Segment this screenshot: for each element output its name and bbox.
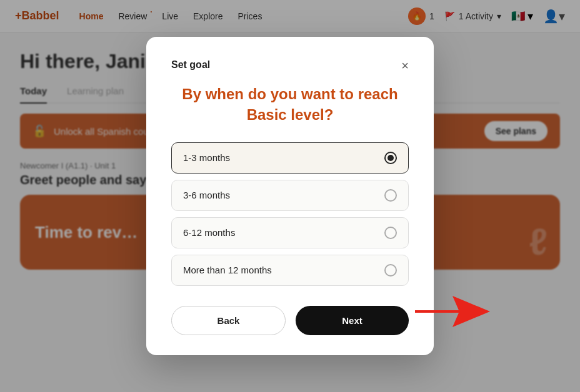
arrow-indicator [415,293,490,333]
next-button[interactable]: Next [296,306,409,335]
modal-footer: Back Next [171,306,409,335]
svg-marker-0 [415,296,490,327]
back-button[interactable]: Back [171,306,286,335]
modal: Set goal × By when do you want to reach … [146,37,434,355]
option-6-12-months[interactable]: 6-12 months [171,217,409,248]
options-list: 1-3 months 3-6 months 6-12 months More t… [171,142,409,286]
radio-3-6-months [384,189,397,202]
radio-1-3-months [384,152,397,164]
radio-more-than-12 [384,264,397,277]
option-label: 6-12 months [183,227,235,238]
modal-overlay: Set goal × By when do you want to reach … [0,0,580,392]
option-3-6-months[interactable]: 3-6 months [171,180,409,211]
close-button[interactable]: × [401,59,409,72]
option-label: 3-6 months [183,190,230,200]
modal-title: Set goal [171,59,210,71]
modal-header: Set goal × [171,59,409,72]
option-1-3-months[interactable]: 1-3 months [171,142,409,174]
modal-question: By when do you want to reach Basic level… [171,84,409,125]
option-label: More than 12 months [183,265,272,275]
option-label: 1-3 months [183,152,230,163]
option-more-than-12-months[interactable]: More than 12 months [171,255,409,286]
radio-6-12-months [384,227,397,239]
arrow-icon [415,293,490,330]
